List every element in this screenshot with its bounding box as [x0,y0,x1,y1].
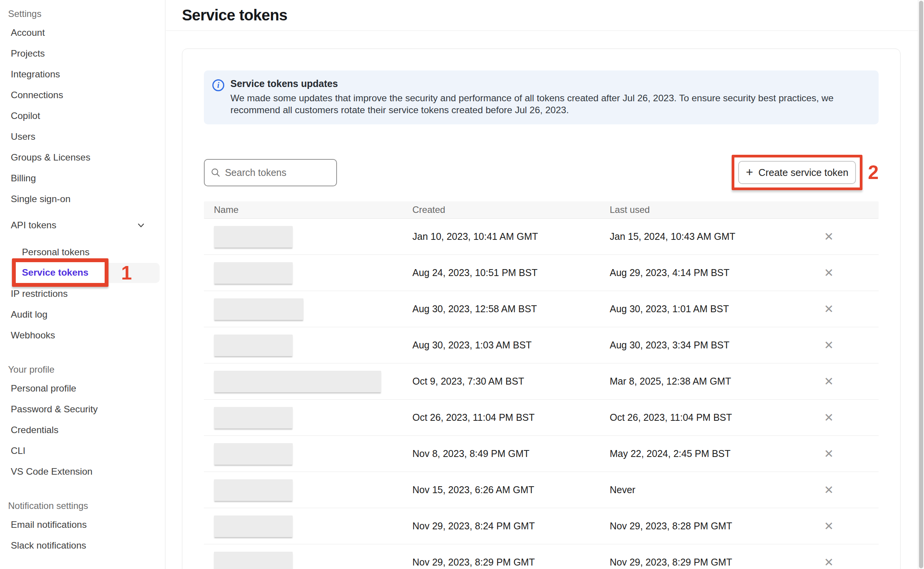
table-row: Nov 15, 2023, 6:26 AM GMTNever✕ [204,472,879,508]
token-name-cell [204,515,412,537]
token-name-cell [204,335,412,356]
actions-cell: ✕ [779,303,879,315]
sidebar-item-label: Integrations [11,69,60,80]
last-used-cell: Nov 29, 2023, 8:28 PM GMT [610,520,779,532]
info-banner-text: Service tokens updates We made some upda… [230,78,861,116]
created-cell: Nov 29, 2023, 8:24 PM GMT [412,520,610,532]
info-icon: i [212,79,224,91]
vertical-scrollbar[interactable] [918,0,924,569]
token-name-cell [204,262,412,284]
table-row: Aug 30, 2023, 12:58 AM BSTAug 30, 2023, … [204,291,879,327]
delete-token-button[interactable]: ✕ [824,484,834,496]
table-row: Jan 10, 2023, 10:41 AM GMTJan 15, 2024, … [204,219,879,255]
token-name-cell [204,371,412,392]
sidebar-item-slack-notifications[interactable]: Slack notifications [0,535,165,556]
delete-token-button[interactable]: ✕ [824,376,834,387]
sidebar-item-label: Slack notifications [11,540,86,551]
token-name-placeholder [214,407,293,428]
sidebar-item-projects[interactable]: Projects [0,43,165,64]
sidebar-item-label: Email notifications [11,519,87,530]
table-row: Oct 9, 2023, 7:30 AM BSTMar 8, 2025, 12:… [204,363,879,400]
delete-token-button[interactable]: ✕ [824,557,834,568]
delete-token-button[interactable]: ✕ [824,340,834,351]
sidebar-item-api-tokens[interactable]: API tokens [0,215,165,236]
actions-cell: ✕ [779,484,879,496]
sidebar-item-label: Connections [11,90,63,100]
sidebar-item-label: API tokens [11,220,56,231]
sidebar-item-personal-profile[interactable]: Personal profile [0,378,165,399]
sidebar-item-label: VS Code Extension [11,466,92,477]
last-used-cell: Aug 30, 2023, 3:34 PM BST [610,340,779,351]
last-used-cell: Nov 29, 2023, 8:29 PM GMT [610,557,779,568]
actions-cell: ✕ [779,520,879,532]
sidebar-item-audit-log[interactable]: Audit log [0,304,165,325]
page-header: Service tokens [166,0,924,31]
table-row: Nov 8, 2023, 8:49 PM GMTMay 22, 2024, 2:… [204,436,879,472]
token-name-placeholder [214,371,381,392]
actions-cell: ✕ [779,231,879,243]
sidebar-item-label: Users [11,131,35,142]
created-cell: Oct 26, 2023, 11:04 PM BST [412,412,610,423]
sidebar-item-label: IP restrictions [11,288,68,299]
sidebar-section-header-settings: Settings [0,5,165,22]
sidebar-item-groups-licenses[interactable]: Groups & Licenses [0,147,165,168]
service-tokens-table: Name Created Last used Jan 10, 2023, 10:… [204,201,879,569]
actions-cell: ✕ [779,376,879,387]
last-used-cell: Aug 29, 2023, 4:14 PM BST [610,267,779,278]
sidebar-item-single-sign-on[interactable]: Single sign-on [0,189,165,209]
sidebar-item-label: Billing [11,173,36,184]
annotation-step-1: 1 [121,262,132,284]
sidebar-item-label: CLI [11,445,25,456]
delete-token-button[interactable]: ✕ [824,303,834,315]
sidebar-item-connections[interactable]: Connections [0,85,165,105]
last-used-cell: Jan 15, 2024, 10:43 AM GMT [610,231,779,242]
sidebar-item-label: Copilot [11,110,40,121]
created-cell: Oct 9, 2023, 7:30 AM BST [412,376,610,387]
sidebar-item-billing[interactable]: Billing [0,168,165,189]
delete-token-button[interactable]: ✕ [824,267,834,279]
search-input[interactable] [225,167,330,178]
sidebar-item-vs-code-extension[interactable]: VS Code Extension [0,461,165,482]
last-used-cell: Oct 26, 2023, 11:04 PM BST [610,412,779,423]
table-toolbar: + Create service token 2 [204,157,879,188]
last-used-cell: Aug 30, 2023, 1:01 AM BST [610,303,779,315]
sidebar-item-webhooks[interactable]: Webhooks [0,325,165,346]
sidebar-item-label: Groups & Licenses [11,152,90,163]
sidebar-item-integrations[interactable]: Integrations [0,64,165,85]
chevron-down-icon[interactable] [136,220,146,231]
actions-cell: ✕ [779,448,879,460]
sidebar-item-service-tokens[interactable]: Service tokens1 [0,263,165,283]
delete-token-button[interactable]: ✕ [824,520,834,532]
actions-cell: ✕ [779,412,879,423]
delete-token-button[interactable]: ✕ [824,448,834,460]
sidebar-item-label: Personal tokens [22,247,90,258]
create-service-token-button[interactable]: + Create service token [738,161,856,184]
search-box[interactable] [204,159,337,186]
sidebar-item-copilot[interactable]: Copilot [0,105,165,126]
table-body: Jan 10, 2023, 10:41 AM GMTJan 15, 2024, … [204,219,879,569]
page-title: Service tokens [182,7,287,24]
table-row: Aug 24, 2023, 10:51 PM BSTAug 29, 2023, … [204,255,879,291]
created-cell: Aug 30, 2023, 12:58 AM BST [412,303,610,315]
sidebar-item-account[interactable]: Account [0,22,165,43]
created-cell: Jan 10, 2023, 10:41 AM GMT [412,231,610,242]
sidebar-item-cli[interactable]: CLI [0,440,165,461]
delete-token-button[interactable]: ✕ [824,412,834,423]
last-used-cell: May 22, 2024, 2:45 PM BST [610,448,779,459]
sidebar-item-label: Account [11,27,45,38]
token-name-placeholder [214,298,304,320]
scrollbar-thumb[interactable] [919,1,923,568]
service-tokens-card: i Service tokens updates We made some up… [182,49,901,569]
create-token-area: + Create service token 2 [732,155,879,190]
sidebar-item-password-security[interactable]: Password & Security [0,399,165,420]
actions-cell: ✕ [779,340,879,351]
created-cell: Aug 30, 2023, 1:03 AM BST [412,340,610,351]
sidebar-item-email-notifications[interactable]: Email notifications [0,514,165,535]
column-header-name: Name [204,204,412,215]
delete-token-button[interactable]: ✕ [824,231,834,243]
sidebar-item-users[interactable]: Users [0,126,165,147]
annotation-box-1: Service tokens [12,258,108,287]
info-banner-body: We made some updates that improve the se… [230,92,861,116]
column-header-last-used: Last used [610,204,779,215]
sidebar-item-credentials[interactable]: Credentials [0,420,165,440]
